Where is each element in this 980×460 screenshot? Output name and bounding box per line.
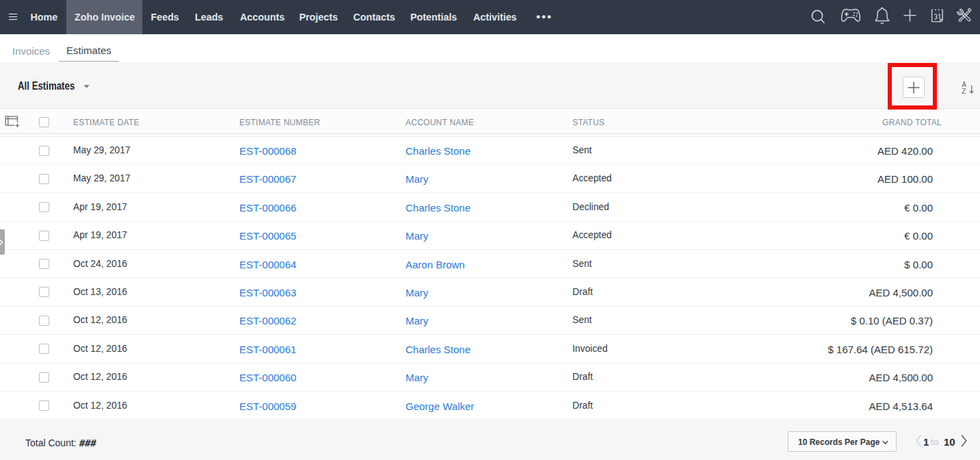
- svg-text:Z: Z: [962, 88, 966, 95]
- svg-text:A: A: [962, 81, 967, 88]
